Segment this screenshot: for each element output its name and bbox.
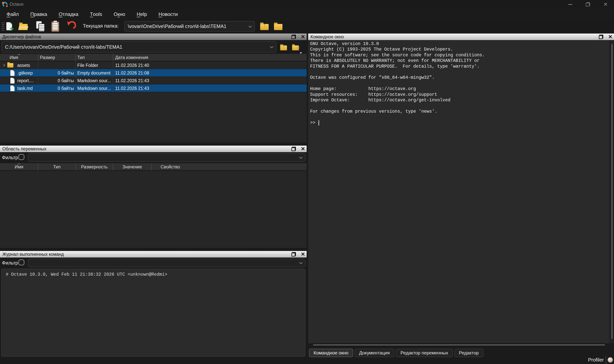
file-size: 0 байты	[38, 69, 76, 77]
profiler-label: Profiler	[588, 357, 604, 363]
command-window-title: Командное окно	[310, 34, 344, 39]
maximize-button[interactable]	[579, 0, 597, 9]
file-browser-path-row: C:/Users/vovan/OneDrive/Рабочий стол/it-…	[0, 40, 307, 54]
column-header-name[interactable]: Имя	[0, 54, 38, 61]
new-script-button[interactable]	[3, 21, 15, 32]
chevron-down-icon	[299, 261, 303, 264]
tab-documentation[interactable]: Документация	[355, 349, 394, 357]
scrollbar-handle[interactable]	[612, 44, 612, 339]
column-header-class[interactable]: Тип	[38, 163, 76, 170]
close-panel-icon[interactable]: ✕	[301, 252, 305, 257]
file-row-gitkeep[interactable]: .gitkeep 0 байты Empty document 11.02.20…	[0, 69, 307, 77]
column-header-attribute[interactable]: Свойство	[152, 163, 307, 170]
workspace-title: Область переменных	[2, 146, 46, 152]
text-cursor	[319, 120, 319, 126]
file-size	[38, 62, 76, 69]
undock-icon[interactable]	[599, 35, 603, 39]
current-folder-value: \vovan\OneDrive\Рабочий стол\it-labs\TEM…	[128, 24, 226, 29]
file-size: 0 байты	[38, 77, 76, 84]
dock-splitter[interactable]	[313, 345, 605, 345]
column-header-value[interactable]: Значение	[113, 163, 152, 170]
history-titlebar: Журнал выполненных команд ✕	[0, 251, 307, 258]
file-type: Empty document	[76, 69, 113, 77]
folder-up-button[interactable]: ↑	[259, 21, 270, 32]
plus-icon	[10, 27, 14, 31]
command-window[interactable]: GNU Octave, version 10.3.0 Copyright (C)…	[308, 40, 614, 343]
paste-button[interactable]	[50, 21, 61, 32]
tab-variable-editor[interactable]: Редактор переменных	[396, 349, 453, 357]
undock-icon[interactable]	[291, 147, 296, 151]
profiler-status-icon[interactable]	[608, 357, 613, 363]
history-title: Журнал выполненных команд	[2, 252, 64, 257]
file-row-report[interactable]: report.... 0 байты Markdown sour... 11.0…	[0, 77, 307, 84]
menu-help[interactable]: Help	[131, 9, 153, 20]
folder-settings-icon: ⚙	[292, 45, 299, 50]
column-header-name[interactable]: Имя	[0, 163, 38, 170]
column-header-size[interactable]: Размер	[38, 54, 76, 61]
tab-command-window[interactable]: Командное окно	[309, 349, 353, 357]
open-file-button[interactable]	[18, 21, 29, 32]
file-name: .gitkeep	[17, 70, 33, 76]
minimize-button[interactable]	[561, 0, 579, 9]
undock-icon[interactable]	[291, 35, 296, 39]
copy-button[interactable]	[35, 21, 46, 32]
menu-edit[interactable]: Правка	[25, 9, 53, 20]
current-folder-combobox[interactable]: \vovan\OneDrive\Рабочий стол\it-labs\TEM…	[124, 21, 255, 32]
file-type: Markdown sour...	[76, 77, 113, 84]
undo-icon	[66, 21, 76, 32]
history-filter-combobox[interactable]	[28, 259, 306, 267]
chevron-down-icon	[249, 24, 252, 27]
file-row-task[interactable]: task.md 0 байты Markdown sour... 11.02.2…	[0, 84, 307, 92]
file-browser-up-button[interactable]: ↑	[279, 41, 289, 53]
workspace-variable-list[interactable]	[0, 171, 307, 248]
expand-chevron-icon[interactable]	[2, 64, 5, 67]
menu-news[interactable]: Новости	[153, 9, 184, 20]
file-modified: 11.02.2026 21:40	[113, 62, 307, 69]
workspace-filter-combobox[interactable]	[28, 153, 306, 162]
window-title: Octave	[10, 2, 24, 7]
close-panel-icon[interactable]: ✕	[301, 146, 305, 152]
file-browser-actions-button[interactable]: ⚙	[290, 41, 301, 53]
workspace-titlebar: Область переменных ✕	[0, 146, 307, 152]
undo-button[interactable]	[65, 21, 77, 32]
tab-editor[interactable]: Редактор	[454, 349, 483, 357]
file-browser-title: Диспетчер файлов	[2, 34, 41, 39]
dock-tabs: Командное окно Документация Редактор пер…	[309, 349, 483, 357]
file-browser-path-combobox[interactable]: C:/Users/vovan/OneDrive/Рабочий стол/it-…	[1, 41, 276, 52]
history-list[interactable]: # Octave 10.3.0, Wed Feb 11 21:30:32 202…	[1, 269, 306, 357]
browse-folder-button[interactable]	[272, 21, 284, 32]
close-icon: ✕	[603, 2, 608, 7]
file-modified: 11.02.2026 21:08	[113, 69, 307, 77]
column-header-type[interactable]: Тип	[76, 54, 113, 61]
file-browser-titlebar: Диспетчер файлов ✕	[0, 34, 307, 40]
close-panel-icon[interactable]: ✕	[301, 34, 305, 39]
octave-logo-icon	[2, 1, 8, 7]
file-table-header: Имя Размер Тип Дата изменения	[0, 54, 307, 61]
close-window-button[interactable]: ✕	[597, 0, 614, 9]
history-entry[interactable]: # Octave 10.3.0, Wed Feb 11 21:30:32 202…	[6, 272, 167, 277]
menu-window[interactable]: Окно	[108, 9, 131, 20]
gear-icon: ⚙	[297, 46, 300, 50]
up-arrow-icon: ↑	[282, 43, 285, 49]
filter-checkbox[interactable]	[18, 260, 24, 265]
up-arrow-icon: ↑	[263, 22, 266, 28]
command-prompt-line[interactable]: >>	[310, 120, 319, 126]
menu-debug[interactable]: Отладка	[53, 9, 84, 20]
current-folder-label: Текущая папка:	[83, 23, 119, 29]
menu-file[interactable]: Файл	[1, 9, 25, 20]
column-header-dimension[interactable]: Размерность	[76, 163, 113, 170]
menu-tools[interactable]: Tools	[84, 9, 108, 20]
file-icon	[10, 85, 14, 91]
column-header-modified[interactable]: Дата изменения	[113, 54, 307, 61]
filter-checkbox[interactable]	[18, 154, 24, 160]
close-panel-icon[interactable]: ✕	[608, 34, 613, 39]
file-name: report....	[17, 78, 34, 83]
file-row-assets[interactable]: assets File Folder 11.02.2026 21:40	[0, 62, 307, 69]
file-modified: 11.02.2026 21:43	[113, 77, 307, 84]
undock-icon[interactable]	[291, 252, 296, 257]
scrollbar-track[interactable]	[609, 40, 614, 343]
restore-icon	[586, 2, 590, 7]
file-type: Markdown sour...	[76, 84, 113, 92]
chevron-down-icon	[270, 45, 273, 48]
file-modified: 11.02.2026 21:43	[113, 84, 307, 92]
